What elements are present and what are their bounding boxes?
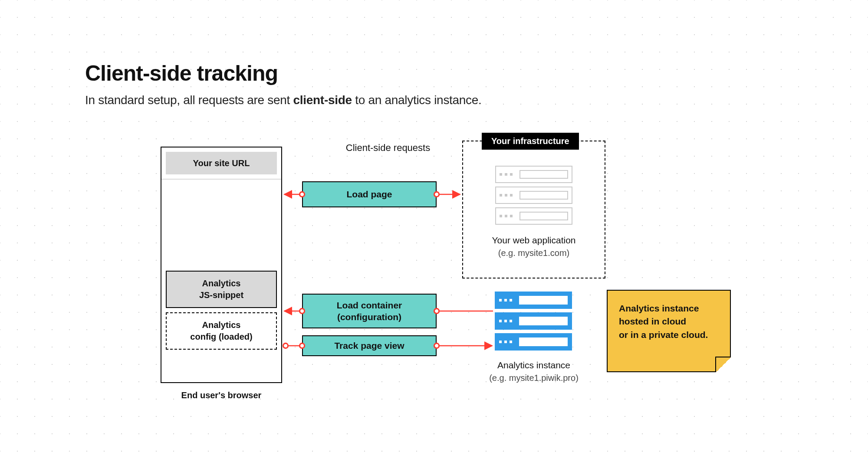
analytics-js-snippet-block: Analytics JS-snippet [166, 271, 277, 308]
config-line2: config (loaded) [190, 331, 252, 343]
server-icon [495, 187, 572, 204]
page-title: Client-side tracking [85, 61, 278, 86]
load-container-line1: Load container [337, 299, 402, 311]
server-icon [495, 292, 572, 309]
end-user-browser-caption: End user's browser [161, 390, 282, 400]
analytics-instance-servers [495, 292, 572, 351]
snippet-line2: JS-snippet [199, 289, 243, 301]
subtitle-pre: In standard setup, all requests are sent [85, 93, 293, 107]
sticky-note: Analytics instance hosted in cloud or in… [607, 290, 731, 372]
server-icon [495, 207, 572, 225]
end-user-browser: Your site URL Analytics JS-snippet Analy… [161, 147, 282, 383]
note-line1: Analytics instance [619, 302, 719, 315]
request-load-container: Load container (configuration) [302, 294, 437, 328]
web-app-servers [495, 166, 572, 225]
page-subtitle: In standard setup, all requests are sent… [85, 93, 482, 107]
note-line2: hosted in cloud [619, 315, 719, 328]
analytics-instance-example: (e.g. mysite1.piwik.pro) [467, 373, 601, 383]
request-load-page: Load page [302, 181, 437, 207]
web-application-example: (e.g. mysite1.com) [462, 248, 605, 258]
config-line1: Analytics [202, 319, 241, 331]
snippet-line1: Analytics [202, 278, 241, 289]
web-application-caption: Your web application [462, 235, 605, 246]
subtitle-bold: client-side [293, 93, 352, 107]
analytics-instance-caption: Analytics instance [467, 360, 601, 370]
browser-body-space [161, 180, 281, 266]
analytics-config-loaded-block: Analytics config (loaded) [166, 312, 277, 350]
your-infrastructure-label: Your infrastructure [482, 133, 579, 150]
server-icon [495, 333, 572, 351]
server-icon [495, 312, 572, 330]
browser-url-bar: Your site URL [166, 152, 277, 174]
client-side-requests-label: Client-side requests [323, 142, 453, 154]
load-container-line2: (configuration) [337, 311, 401, 323]
server-icon [495, 166, 572, 183]
subtitle-post: to an analytics instance. [352, 93, 482, 107]
note-line3: or in a private cloud. [619, 328, 719, 341]
request-track-page-view: Track page view [302, 335, 437, 356]
